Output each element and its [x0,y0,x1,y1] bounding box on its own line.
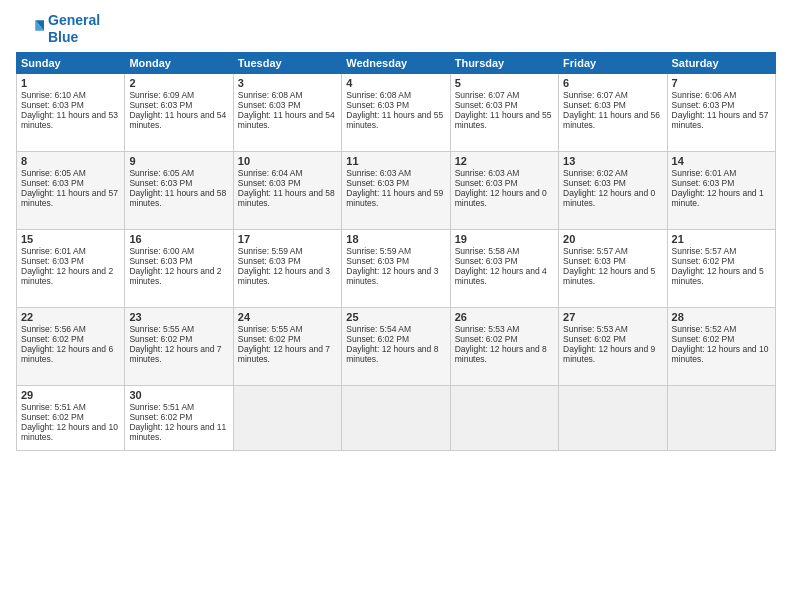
day-info: Sunrise: 6:08 AMSunset: 6:03 PMDaylight:… [238,90,335,130]
calendar-week-row: 15Sunrise: 6:01 AMSunset: 6:03 PMDayligh… [17,229,776,307]
day-number: 4 [346,77,445,89]
day-info: Sunrise: 5:53 AMSunset: 6:02 PMDaylight:… [455,324,547,364]
calendar-cell: 30Sunrise: 5:51 AMSunset: 6:02 PMDayligh… [125,385,233,450]
calendar-week-row: 29Sunrise: 5:51 AMSunset: 6:02 PMDayligh… [17,385,776,450]
day-number: 7 [672,77,771,89]
day-number: 14 [672,155,771,167]
day-number: 5 [455,77,554,89]
day-number: 25 [346,311,445,323]
day-info: Sunrise: 6:03 AMSunset: 6:03 PMDaylight:… [346,168,443,208]
calendar-cell: 16Sunrise: 6:00 AMSunset: 6:03 PMDayligh… [125,229,233,307]
day-info: Sunrise: 5:56 AMSunset: 6:02 PMDaylight:… [21,324,113,364]
day-info: Sunrise: 6:01 AMSunset: 6:03 PMDaylight:… [672,168,764,208]
calendar-cell [559,385,667,450]
calendar-cell: 8Sunrise: 6:05 AMSunset: 6:03 PMDaylight… [17,151,125,229]
day-number: 10 [238,155,337,167]
calendar-cell [667,385,775,450]
calendar-cell: 27Sunrise: 5:53 AMSunset: 6:02 PMDayligh… [559,307,667,385]
calendar-cell: 29Sunrise: 5:51 AMSunset: 6:02 PMDayligh… [17,385,125,450]
logo-blue: Blue [48,29,78,45]
calendar-cell: 21Sunrise: 5:57 AMSunset: 6:02 PMDayligh… [667,229,775,307]
calendar-header-row: SundayMondayTuesdayWednesdayThursdayFrid… [17,52,776,73]
header: General Blue [16,12,776,46]
day-info: Sunrise: 5:57 AMSunset: 6:02 PMDaylight:… [672,246,764,286]
day-number: 15 [21,233,120,245]
weekday-header: Monday [125,52,233,73]
calendar-cell: 11Sunrise: 6:03 AMSunset: 6:03 PMDayligh… [342,151,450,229]
weekday-header: Wednesday [342,52,450,73]
day-number: 12 [455,155,554,167]
calendar-cell: 25Sunrise: 5:54 AMSunset: 6:02 PMDayligh… [342,307,450,385]
day-number: 6 [563,77,662,89]
day-info: Sunrise: 5:51 AMSunset: 6:02 PMDaylight:… [21,402,118,442]
day-info: Sunrise: 6:02 AMSunset: 6:03 PMDaylight:… [563,168,655,208]
calendar-week-row: 1Sunrise: 6:10 AMSunset: 6:03 PMDaylight… [17,73,776,151]
day-info: Sunrise: 6:09 AMSunset: 6:03 PMDaylight:… [129,90,226,130]
day-number: 8 [21,155,120,167]
calendar-cell: 26Sunrise: 5:53 AMSunset: 6:02 PMDayligh… [450,307,558,385]
day-info: Sunrise: 6:10 AMSunset: 6:03 PMDaylight:… [21,90,118,130]
calendar-cell [450,385,558,450]
calendar-cell: 19Sunrise: 5:58 AMSunset: 6:03 PMDayligh… [450,229,558,307]
calendar-cell: 14Sunrise: 6:01 AMSunset: 6:03 PMDayligh… [667,151,775,229]
day-number: 16 [129,233,228,245]
day-number: 2 [129,77,228,89]
day-info: Sunrise: 6:07 AMSunset: 6:03 PMDaylight:… [563,90,660,130]
calendar-table: SundayMondayTuesdayWednesdayThursdayFrid… [16,52,776,451]
calendar-cell: 28Sunrise: 5:52 AMSunset: 6:02 PMDayligh… [667,307,775,385]
day-number: 1 [21,77,120,89]
day-info: Sunrise: 6:01 AMSunset: 6:03 PMDaylight:… [21,246,113,286]
day-info: Sunrise: 5:59 AMSunset: 6:03 PMDaylight:… [238,246,330,286]
calendar-week-row: 8Sunrise: 6:05 AMSunset: 6:03 PMDaylight… [17,151,776,229]
logo-icon [16,15,44,43]
day-info: Sunrise: 6:06 AMSunset: 6:03 PMDaylight:… [672,90,769,130]
logo: General Blue [16,12,100,46]
calendar-cell: 7Sunrise: 6:06 AMSunset: 6:03 PMDaylight… [667,73,775,151]
calendar-cell: 6Sunrise: 6:07 AMSunset: 6:03 PMDaylight… [559,73,667,151]
calendar-cell: 22Sunrise: 5:56 AMSunset: 6:02 PMDayligh… [17,307,125,385]
day-number: 9 [129,155,228,167]
day-number: 13 [563,155,662,167]
calendar-cell [233,385,341,450]
calendar-cell: 17Sunrise: 5:59 AMSunset: 6:03 PMDayligh… [233,229,341,307]
day-number: 3 [238,77,337,89]
calendar-cell: 18Sunrise: 5:59 AMSunset: 6:03 PMDayligh… [342,229,450,307]
day-info: Sunrise: 6:04 AMSunset: 6:03 PMDaylight:… [238,168,335,208]
weekday-header: Thursday [450,52,558,73]
calendar-cell: 12Sunrise: 6:03 AMSunset: 6:03 PMDayligh… [450,151,558,229]
day-info: Sunrise: 6:03 AMSunset: 6:03 PMDaylight:… [455,168,547,208]
day-number: 24 [238,311,337,323]
day-number: 19 [455,233,554,245]
logo-text: General Blue [48,12,100,46]
day-number: 18 [346,233,445,245]
calendar-cell: 5Sunrise: 6:07 AMSunset: 6:03 PMDaylight… [450,73,558,151]
calendar-cell: 20Sunrise: 5:57 AMSunset: 6:03 PMDayligh… [559,229,667,307]
day-number: 11 [346,155,445,167]
day-info: Sunrise: 5:54 AMSunset: 6:02 PMDaylight:… [346,324,438,364]
calendar-cell: 23Sunrise: 5:55 AMSunset: 6:02 PMDayligh… [125,307,233,385]
day-number: 27 [563,311,662,323]
calendar-cell: 13Sunrise: 6:02 AMSunset: 6:03 PMDayligh… [559,151,667,229]
calendar-cell: 10Sunrise: 6:04 AMSunset: 6:03 PMDayligh… [233,151,341,229]
day-number: 30 [129,389,228,401]
calendar-cell: 2Sunrise: 6:09 AMSunset: 6:03 PMDaylight… [125,73,233,151]
day-info: Sunrise: 6:08 AMSunset: 6:03 PMDaylight:… [346,90,443,130]
day-number: 23 [129,311,228,323]
weekday-header: Saturday [667,52,775,73]
logo-general: General [48,12,100,28]
day-info: Sunrise: 6:05 AMSunset: 6:03 PMDaylight:… [21,168,118,208]
day-info: Sunrise: 5:55 AMSunset: 6:02 PMDaylight:… [129,324,221,364]
day-number: 22 [21,311,120,323]
calendar-cell: 1Sunrise: 6:10 AMSunset: 6:03 PMDaylight… [17,73,125,151]
day-info: Sunrise: 5:58 AMSunset: 6:03 PMDaylight:… [455,246,547,286]
calendar-cell: 15Sunrise: 6:01 AMSunset: 6:03 PMDayligh… [17,229,125,307]
calendar-cell: 24Sunrise: 5:55 AMSunset: 6:02 PMDayligh… [233,307,341,385]
day-number: 17 [238,233,337,245]
calendar-cell: 4Sunrise: 6:08 AMSunset: 6:03 PMDaylight… [342,73,450,151]
day-info: Sunrise: 5:51 AMSunset: 6:02 PMDaylight:… [129,402,226,442]
day-number: 21 [672,233,771,245]
day-info: Sunrise: 5:52 AMSunset: 6:02 PMDaylight:… [672,324,769,364]
weekday-header: Tuesday [233,52,341,73]
day-info: Sunrise: 5:59 AMSunset: 6:03 PMDaylight:… [346,246,438,286]
calendar-cell [342,385,450,450]
